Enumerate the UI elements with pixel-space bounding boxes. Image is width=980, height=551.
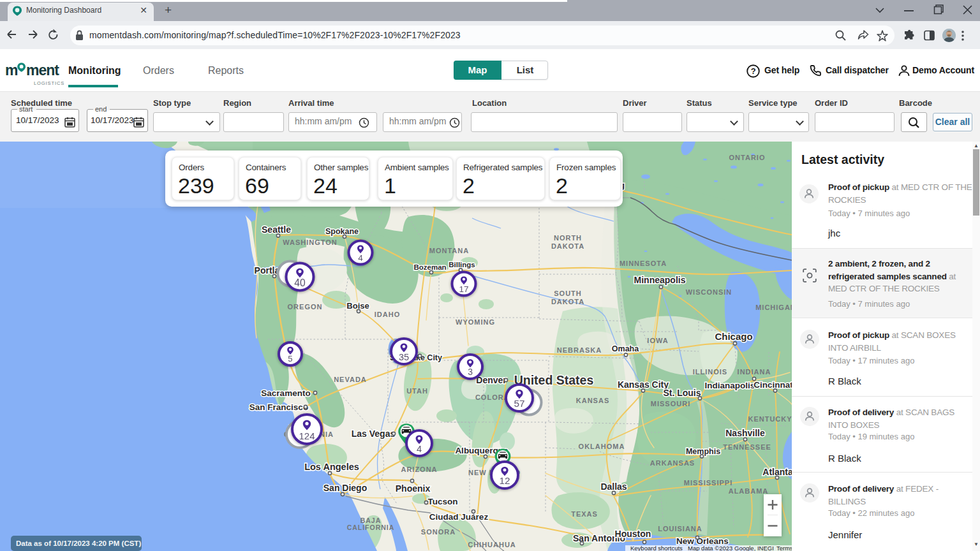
svg-text:San Francisco: San Francisco	[249, 402, 308, 412]
svg-text:4: 4	[417, 444, 422, 454]
svg-text:TEXAS: TEXAS	[571, 510, 598, 518]
svg-text:m: m	[5, 62, 18, 78]
svg-text:IOWA: IOWA	[647, 337, 668, 344]
svg-text:Bozeman: Bozeman	[413, 263, 446, 271]
svg-text:Seattle: Seattle	[262, 224, 291, 235]
svg-text:KENTUCKY: KENTUCKY	[748, 415, 792, 423]
svg-text:Data as of 10/17/2023 4:20 PM: Data as of 10/17/2023 4:20 PM (CST)	[16, 540, 141, 547]
svg-text:Omaha: Omaha	[612, 344, 639, 353]
svg-text:Ciudad Juárez: Ciudad Juárez	[429, 512, 489, 522]
svg-text:12: 12	[499, 475, 510, 486]
svg-text:WISCONSIN: WISCONSIN	[686, 288, 732, 296]
svg-text:IDAHO: IDAHO	[375, 311, 400, 318]
svg-text:ILLINOIS: ILLINOIS	[693, 368, 727, 376]
svg-text:Sacramento: Sacramento	[261, 388, 310, 398]
svg-text:ALABAMA: ALABAMA	[729, 487, 769, 495]
svg-text:Keyboard shortcuts: Keyboard shortcuts	[630, 545, 683, 551]
svg-text:OREGON: OREGON	[288, 303, 323, 311]
svg-text:NEBRASKA: NEBRASKA	[557, 346, 602, 354]
svg-text:Tucson: Tucson	[428, 497, 458, 506]
svg-text:3: 3	[468, 367, 473, 377]
svg-text:KANSAS: KANSAS	[576, 397, 609, 404]
svg-text:CHIHUAHUA: CHIHUAHUA	[468, 541, 516, 548]
svg-text:Houston: Houston	[615, 529, 651, 539]
svg-text:MISSISSIPPI: MISSISSIPPI	[684, 479, 732, 487]
svg-text:SOUTH: SOUTH	[554, 290, 582, 297]
svg-text:4: 4	[358, 253, 363, 263]
svg-text:57: 57	[514, 398, 524, 409]
svg-text:Map data ©2023 Google, INEGI: Map data ©2023 Google, INEGI	[688, 545, 774, 551]
svg-text:Minneapolis: Minneapolis	[634, 275, 686, 285]
svg-text:ment: ment	[26, 62, 59, 78]
svg-text:MINNESOTA: MINNESOTA	[620, 260, 667, 267]
svg-text:ARKANSAS: ARKANSAS	[650, 459, 695, 467]
svg-text:Kansas City: Kansas City	[618, 379, 669, 390]
svg-text:MISSOURI: MISSOURI	[651, 400, 690, 408]
svg-text:5: 5	[288, 354, 292, 364]
svg-text:Terms: Terms	[776, 545, 792, 551]
svg-text:ARIZONA: ARIZONA	[401, 466, 437, 473]
svg-text:40: 40	[294, 277, 306, 288]
svg-text:?: ?	[751, 66, 756, 76]
svg-text:17: 17	[459, 284, 468, 294]
svg-text:INDIANA: INDIANA	[738, 368, 771, 376]
svg-text:UTAH: UTAH	[406, 387, 428, 395]
svg-text:Las Vegas: Las Vegas	[352, 429, 396, 439]
svg-text:OKLAHOMA: OKLAHOMA	[579, 443, 625, 450]
svg-text:Chicago: Chicago	[715, 331, 752, 342]
svg-text:Los Angeles: Los Angeles	[304, 462, 359, 472]
svg-text:Boise: Boise	[346, 301, 369, 311]
svg-text:San Diego: San Diego	[323, 483, 367, 493]
svg-text:Atlanta: Atlanta	[762, 467, 792, 477]
svg-text:TENNESSEE: TENNESSEE	[723, 443, 771, 451]
svg-text:124: 124	[299, 430, 315, 441]
svg-text:WYOMING: WYOMING	[456, 318, 495, 326]
svg-text:Denver: Denver	[476, 375, 507, 385]
svg-text:NORTH: NORTH	[554, 234, 582, 242]
svg-text:Dallas: Dallas	[600, 481, 627, 492]
svg-text:SONORA: SONORA	[421, 528, 456, 536]
svg-text:ONTARIO: ONTARIO	[729, 154, 766, 161]
svg-text:DAKOTA: DAKOTA	[551, 298, 584, 305]
svg-text:MONTANA: MONTANA	[429, 247, 469, 254]
svg-text:LOGISTICS: LOGISTICS	[34, 80, 64, 86]
svg-text:NEVADA: NEVADA	[334, 376, 367, 383]
svg-text:CALIFORNIA: CALIFORNIA	[347, 524, 395, 531]
svg-text:MICHIGAN: MICHIGAN	[755, 304, 792, 311]
svg-text:WASHINGTON: WASHINGTON	[283, 239, 338, 246]
svg-text:Indianapolis: Indianapolis	[705, 381, 755, 390]
svg-text:DAKOTA: DAKOTA	[551, 242, 584, 250]
svg-text:St. Louis: St. Louis	[663, 388, 701, 398]
svg-text:Spokane: Spokane	[325, 227, 359, 236]
svg-text:35: 35	[399, 352, 409, 362]
svg-text:Cincinnati: Cincinnati	[754, 380, 792, 390]
svg-text:LOUISIANA: LOUISIANA	[658, 525, 702, 533]
svg-text:Phoenix: Phoenix	[396, 483, 431, 494]
svg-text:Nashville: Nashville	[725, 428, 765, 438]
svg-text:Billings: Billings	[449, 261, 475, 268]
